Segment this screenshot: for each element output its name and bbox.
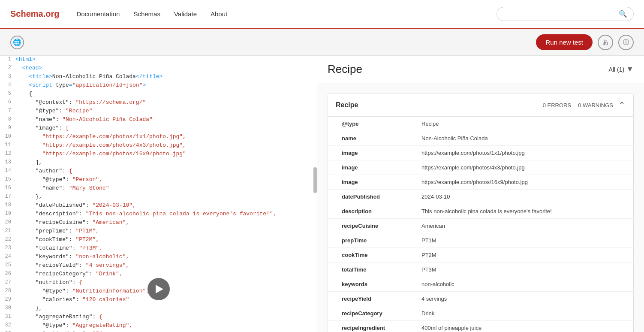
- right-panel-header: Recipe All (1) ▼: [317, 56, 644, 83]
- code-line: 24 "keywords": "non-alcoholic",: [0, 253, 317, 262]
- code-line: 30 },: [0, 305, 317, 313]
- toolbar: 🌐 Run new test あ ⓘ: [0, 29, 644, 56]
- code-line: 5 {: [0, 90, 317, 99]
- line-number: 31: [0, 314, 15, 321]
- table-row: keywordsnon-alcoholic: [328, 277, 633, 292]
- code-line: 2 <head>: [0, 64, 317, 73]
- line-number: 16: [0, 185, 15, 193]
- table-row: prepTimePT1M: [328, 233, 633, 248]
- line-number: 4: [0, 82, 15, 90]
- line-content: "totalTime": "PT3M",: [15, 245, 317, 253]
- line-content: "@type": "Person",: [15, 176, 317, 184]
- table-row: recipeCategoryDrink: [328, 306, 633, 321]
- table-value: Non-Alcoholic Piña Colada: [414, 131, 633, 146]
- code-line: 14 "author": {: [0, 167, 317, 176]
- main-content: 1<html>2 <head>3 <title>Non-Alcoholic Pi…: [0, 56, 644, 332]
- table-key: keywords: [328, 277, 414, 292]
- code-line: 6 "@context": "https://schema.org/": [0, 99, 317, 107]
- table-key: image: [328, 175, 414, 190]
- line-number: 26: [0, 271, 15, 278]
- line-content: "@type": "Recipe": [15, 108, 317, 115]
- errors-warnings: 0 ERRORS 0 WARNINGS: [543, 102, 613, 109]
- line-content: "recipeYield": "4 servings",: [15, 262, 317, 270]
- table-value: Drink: [414, 306, 633, 321]
- line-number: 14: [0, 168, 15, 175]
- line-content: <script type="application/ld+json">: [15, 82, 317, 90]
- line-number: 27: [0, 279, 15, 287]
- code-line: 32 "@type": "AggregateRating",: [0, 322, 317, 330]
- line-number: 7: [0, 108, 15, 115]
- line-number: 6: [0, 99, 15, 107]
- line-number: 11: [0, 142, 15, 150]
- line-content: "https://example.com/photos/4x3/photo.jp…: [15, 142, 317, 150]
- code-line: 33 "ratingValue": "5",: [0, 330, 317, 332]
- code-line: 18 "datePublished": "2024-03-10",: [0, 202, 317, 210]
- text-size-button[interactable]: あ: [598, 35, 613, 50]
- logo[interactable]: Schema.org: [10, 9, 59, 19]
- all-selector-label: All (1): [609, 66, 625, 73]
- code-line: 19 "description": "This non-alcoholic pi…: [0, 210, 317, 219]
- table-row: imagehttps://example.com/photos/4x3/phot…: [328, 160, 633, 175]
- line-number: 3: [0, 73, 15, 81]
- line-content: },: [15, 193, 317, 201]
- line-number: 13: [0, 159, 15, 167]
- line-content: "author": {: [15, 168, 317, 175]
- code-line: 13 ],: [0, 159, 317, 167]
- nav-validate[interactable]: Validate: [174, 10, 197, 18]
- table-row: cookTimePT2M: [328, 248, 633, 263]
- table-row: imagehttps://example.com/photos/1x1/phot…: [328, 146, 633, 160]
- line-content: "https://example.com/photos/1x1/photo.jp…: [15, 133, 317, 141]
- play-button[interactable]: [147, 278, 170, 300]
- nav-documentation[interactable]: Documentation: [76, 10, 120, 18]
- recipe-main-title: Recipe: [328, 63, 609, 76]
- nav-schemas[interactable]: Schemas: [133, 10, 160, 18]
- table-value: 400ml of pineapple juice: [414, 321, 633, 332]
- line-content: <title>Non-Alcoholic Piña Colada</title>: [15, 73, 317, 81]
- toolbar-left: 🌐: [10, 36, 24, 49]
- table-row: nameNon-Alcoholic Piña Colada: [328, 131, 633, 146]
- code-line: 23 "totalTime": "PT3M",: [0, 244, 317, 253]
- line-number: 8: [0, 116, 15, 124]
- table-row: imagehttps://example.com/photos/16x9/pho…: [328, 175, 633, 190]
- table-value: This non-alcoholic pina colada is everyo…: [414, 204, 633, 219]
- code-line: 3 <title>Non-Alcoholic Piña Colada</titl…: [0, 73, 317, 81]
- run-test-button[interactable]: Run new test: [536, 34, 593, 50]
- line-number: 2: [0, 65, 15, 72]
- table-row: @typeRecipe: [328, 117, 633, 131]
- line-content: "datePublished": "2024-03-10",: [15, 202, 317, 210]
- all-selector[interactable]: All (1) ▼: [609, 65, 634, 74]
- table-key: description: [328, 204, 414, 219]
- line-number: 12: [0, 151, 15, 158]
- code-line: 4 <script type="application/ld+json">: [0, 81, 317, 90]
- line-content: "image": [: [15, 125, 317, 133]
- code-panel[interactable]: 1<html>2 <head>3 <title>Non-Alcoholic Pi…: [0, 56, 317, 332]
- table-value: https://example.com/photos/16x9/photo.jp…: [414, 175, 633, 190]
- table-key: @type: [328, 117, 414, 131]
- search-input[interactable]: [503, 11, 619, 18]
- code-line: 22 "cookTime": "PT2M",: [0, 236, 317, 244]
- table-value: PT2M: [414, 248, 633, 263]
- line-content: "name": "Mary Stone": [15, 185, 317, 193]
- table-value: PT3M: [414, 263, 633, 277]
- line-number: 5: [0, 91, 15, 98]
- scrollbar-handle[interactable]: [313, 167, 317, 193]
- line-content: "aggregateRating": {: [15, 314, 317, 321]
- data-table: @typeRecipenameNon-Alcoholic Piña Colada…: [328, 117, 633, 332]
- code-line: 8 "name": "Non-Alcoholic Piña Colada": [0, 116, 317, 124]
- line-number: 28: [0, 288, 15, 296]
- line-number: 20: [0, 219, 15, 227]
- collapse-button[interactable]: ⌃: [618, 100, 626, 110]
- info-button[interactable]: ⓘ: [618, 35, 634, 50]
- table-key: totalTime: [328, 263, 414, 277]
- line-content: <html>: [15, 56, 317, 64]
- line-content: "prepTime": "PT1M",: [15, 228, 317, 235]
- line-number: 25: [0, 262, 15, 270]
- line-number: 32: [0, 322, 15, 330]
- play-icon: [156, 285, 163, 293]
- line-content: <head>: [15, 65, 317, 72]
- nav-about[interactable]: About: [211, 10, 227, 18]
- nav-links: Documentation Schemas Validate About: [76, 10, 497, 18]
- table-row: recipeCuisineAmerican: [328, 219, 633, 233]
- recipe-card-title: Recipe: [336, 101, 543, 109]
- line-content: "@context": "https://schema.org/": [15, 99, 317, 107]
